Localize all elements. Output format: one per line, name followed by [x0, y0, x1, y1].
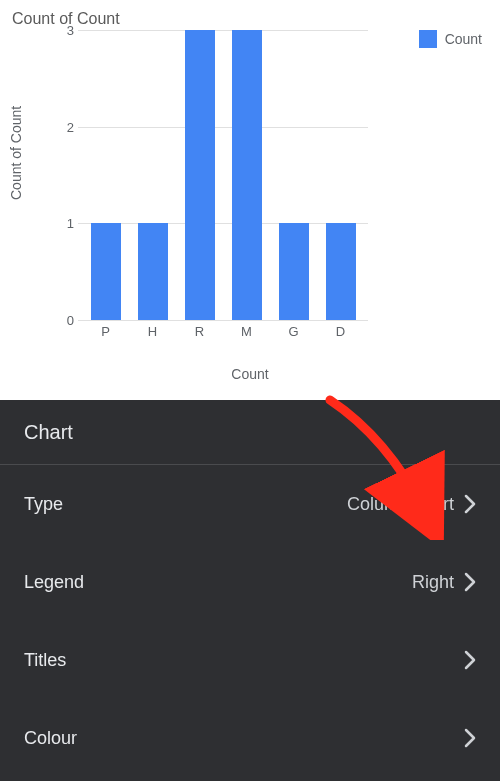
x-tick: M [232, 324, 262, 339]
row-colour-label: Colour [24, 728, 77, 749]
y-tick: 0 [50, 313, 74, 328]
chevron-right-icon [464, 728, 476, 748]
y-tick: 3 [50, 23, 74, 38]
row-legend-value: Right [412, 572, 454, 593]
row-colour[interactable]: Colour [0, 699, 500, 777]
y-tick: 1 [50, 216, 74, 231]
bar [326, 223, 356, 320]
row-type-label: Type [24, 494, 63, 515]
x-tick: H [138, 324, 168, 339]
panel-header: Chart [0, 400, 500, 465]
bar [232, 30, 262, 320]
row-legend[interactable]: Legend Right [0, 543, 500, 621]
chart-plot: 0123 [78, 30, 368, 320]
chevron-right-icon [464, 650, 476, 670]
chart-legend: Count [419, 30, 482, 48]
row-type-value: Column chart [347, 494, 454, 515]
row-titles[interactable]: Titles [0, 621, 500, 699]
row-titles-label: Titles [24, 650, 66, 671]
chart-title: Count of Count [12, 10, 488, 28]
legend-label: Count [445, 31, 482, 47]
x-axis-label: Count [0, 366, 500, 382]
x-tick: G [279, 324, 309, 339]
row-legend-label: Legend [24, 572, 84, 593]
chevron-right-icon [464, 494, 476, 514]
row-type[interactable]: Type Column chart [0, 465, 500, 543]
gridline [78, 320, 368, 321]
x-tick: R [185, 324, 215, 339]
bar [185, 30, 215, 320]
y-axis-label: Count of Count [8, 106, 24, 200]
x-tick: D [326, 324, 356, 339]
chart-preview: Count of Count Count Count of Count 0123… [0, 0, 500, 400]
y-tick: 2 [50, 119, 74, 134]
bar [279, 223, 309, 320]
bar [138, 223, 168, 320]
legend-swatch [419, 30, 437, 48]
chart-settings-panel: Chart Type Column chart Legend Right Tit… [0, 400, 500, 781]
chevron-right-icon [464, 572, 476, 592]
x-ticks: PHRMGD [78, 324, 368, 339]
x-tick: P [91, 324, 121, 339]
bar [91, 223, 121, 320]
bars [78, 30, 368, 320]
